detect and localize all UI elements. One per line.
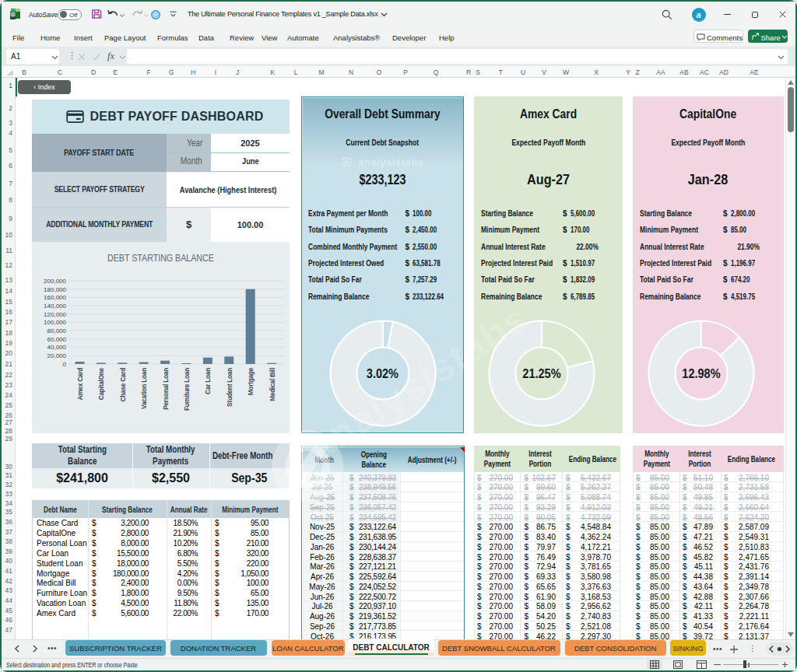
svg-text:180,000: 180,000	[44, 286, 66, 293]
svg-text:Amex Card: Amex Card	[77, 368, 84, 401]
svg-text:160,000: 160,000	[44, 294, 66, 301]
svg-text:100,000: 100,000	[44, 319, 66, 326]
svg-text:Student Loan: Student Loan	[226, 368, 233, 407]
svg-text:40,000: 40,000	[47, 344, 67, 351]
svg-text:Car Loan: Car Loan	[205, 368, 212, 394]
svg-text:Personal Loan: Personal Loan	[163, 368, 170, 410]
svg-text:Furniture Loan: Furniture Loan	[184, 368, 191, 411]
svg-text:60,000: 60,000	[47, 336, 67, 343]
svg-text:Medical Bill: Medical Bill	[269, 368, 276, 401]
svg-text:Mortgage: Mortgage	[248, 367, 255, 395]
svg-text:0: 0	[63, 361, 67, 368]
svg-text:CapitalOne: CapitalOne	[98, 367, 105, 400]
svg-text:Vacation Loan: Vacation Loan	[141, 368, 148, 409]
svg-text:140,000: 140,000	[44, 303, 66, 310]
svg-text:120,000: 120,000	[44, 311, 66, 318]
svg-text:Chase Card: Chase Card	[120, 368, 127, 402]
svg-text:80,000: 80,000	[47, 327, 67, 334]
svg-text:20,000: 20,000	[47, 352, 67, 359]
svg-text:200,000: 200,000	[44, 278, 66, 285]
